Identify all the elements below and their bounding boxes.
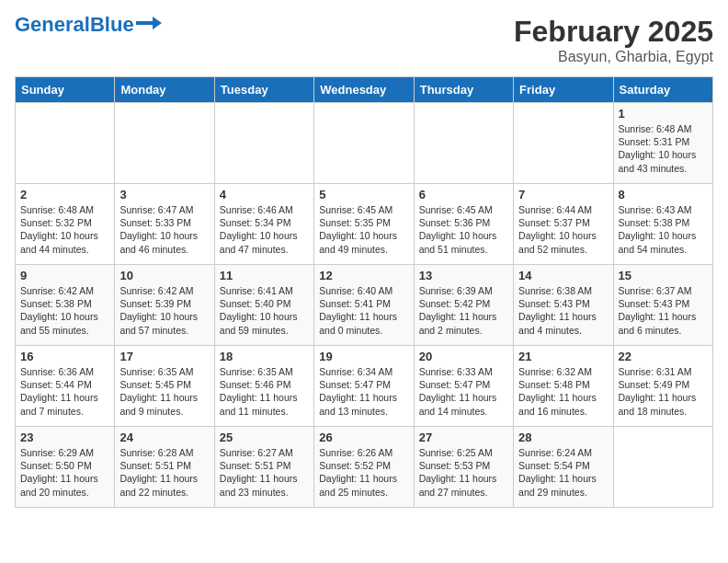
calendar-day-cell: 28Sunrise: 6:24 AM Sunset: 5:54 PM Dayli… <box>514 427 613 508</box>
day-number: 15 <box>619 269 708 282</box>
calendar-day-cell: 27Sunrise: 6:25 AM Sunset: 5:53 PM Dayli… <box>414 427 513 508</box>
day-number: 19 <box>319 350 408 363</box>
calendar-day-cell: 9Sunrise: 6:42 AM Sunset: 5:38 PM Daylig… <box>16 265 115 346</box>
calendar-day-cell: 2Sunrise: 6:48 AM Sunset: 5:32 PM Daylig… <box>16 184 115 265</box>
day-info: Sunrise: 6:29 AM Sunset: 5:50 PM Dayligh… <box>20 446 109 499</box>
calendar-day-header: Tuesday <box>214 77 313 103</box>
day-info: Sunrise: 6:27 AM Sunset: 5:51 PM Dayligh… <box>220 446 309 499</box>
day-info: Sunrise: 6:46 AM Sunset: 5:34 PM Dayligh… <box>220 203 309 256</box>
day-number: 7 <box>518 188 608 201</box>
calendar-day-cell: 6Sunrise: 6:45 AM Sunset: 5:36 PM Daylig… <box>414 184 513 265</box>
day-info: Sunrise: 6:41 AM Sunset: 5:40 PM Dayligh… <box>220 284 309 337</box>
calendar-day-header: Sunday <box>16 77 115 103</box>
calendar-day-header: Thursday <box>414 77 513 103</box>
day-info: Sunrise: 6:33 AM Sunset: 5:47 PM Dayligh… <box>419 365 508 418</box>
page-header: GeneralBlue February 2025 Basyun, Gharbi… <box>15 15 713 65</box>
day-info: Sunrise: 6:48 AM Sunset: 5:32 PM Dayligh… <box>20 203 109 256</box>
day-number: 27 <box>419 431 508 444</box>
calendar-day-cell: 26Sunrise: 6:26 AM Sunset: 5:52 PM Dayli… <box>314 427 414 508</box>
calendar-day-cell: 15Sunrise: 6:37 AM Sunset: 5:43 PM Dayli… <box>613 265 712 346</box>
day-number: 16 <box>20 350 109 363</box>
day-info: Sunrise: 6:45 AM Sunset: 5:35 PM Dayligh… <box>319 203 408 256</box>
calendar-week-row: 16Sunrise: 6:36 AM Sunset: 5:44 PM Dayli… <box>16 346 713 427</box>
calendar-day-cell: 11Sunrise: 6:41 AM Sunset: 5:40 PM Dayli… <box>214 265 313 346</box>
calendar-title: February 2025 <box>514 15 713 49</box>
calendar-day-cell <box>514 103 613 184</box>
day-info: Sunrise: 6:32 AM Sunset: 5:48 PM Dayligh… <box>518 365 608 418</box>
day-number: 23 <box>20 431 109 444</box>
day-number: 24 <box>119 431 209 444</box>
title-block: February 2025 Basyun, Gharbia, Egypt <box>514 15 713 65</box>
calendar-day-cell: 17Sunrise: 6:35 AM Sunset: 5:45 PM Dayli… <box>115 346 214 427</box>
logo-arrow-icon <box>136 14 162 32</box>
calendar-day-header: Wednesday <box>314 77 414 103</box>
day-info: Sunrise: 6:35 AM Sunset: 5:46 PM Dayligh… <box>220 365 309 418</box>
calendar-day-cell: 23Sunrise: 6:29 AM Sunset: 5:50 PM Dayli… <box>16 427 115 508</box>
day-number: 6 <box>419 188 508 201</box>
calendar-day-cell: 16Sunrise: 6:36 AM Sunset: 5:44 PM Dayli… <box>16 346 115 427</box>
day-number: 22 <box>619 350 708 363</box>
calendar-day-cell: 8Sunrise: 6:43 AM Sunset: 5:38 PM Daylig… <box>613 184 712 265</box>
calendar-day-cell: 22Sunrise: 6:31 AM Sunset: 5:49 PM Dayli… <box>613 346 712 427</box>
logo-text: GeneralBlue <box>15 15 134 35</box>
calendar-day-cell: 13Sunrise: 6:39 AM Sunset: 5:42 PM Dayli… <box>414 265 513 346</box>
day-number: 13 <box>419 269 508 282</box>
calendar-day-cell: 19Sunrise: 6:34 AM Sunset: 5:47 PM Dayli… <box>314 346 414 427</box>
day-info: Sunrise: 6:42 AM Sunset: 5:38 PM Dayligh… <box>20 284 109 337</box>
calendar-day-cell <box>16 103 115 184</box>
calendar-day-cell <box>613 427 712 508</box>
day-info: Sunrise: 6:43 AM Sunset: 5:38 PM Dayligh… <box>619 203 708 256</box>
calendar-day-cell <box>414 103 513 184</box>
calendar-week-row: 2Sunrise: 6:48 AM Sunset: 5:32 PM Daylig… <box>16 184 713 265</box>
day-info: Sunrise: 6:42 AM Sunset: 5:39 PM Dayligh… <box>119 284 209 337</box>
day-number: 26 <box>319 431 408 444</box>
calendar-day-cell: 18Sunrise: 6:35 AM Sunset: 5:46 PM Dayli… <box>214 346 313 427</box>
calendar-week-row: 23Sunrise: 6:29 AM Sunset: 5:50 PM Dayli… <box>16 427 713 508</box>
day-info: Sunrise: 6:25 AM Sunset: 5:53 PM Dayligh… <box>419 446 508 499</box>
day-info: Sunrise: 6:37 AM Sunset: 5:43 PM Dayligh… <box>619 284 708 337</box>
calendar-week-row: 9Sunrise: 6:42 AM Sunset: 5:38 PM Daylig… <box>16 265 713 346</box>
day-info: Sunrise: 6:34 AM Sunset: 5:47 PM Dayligh… <box>319 365 408 418</box>
day-number: 18 <box>220 350 309 363</box>
day-number: 12 <box>319 269 408 282</box>
day-info: Sunrise: 6:24 AM Sunset: 5:54 PM Dayligh… <box>518 446 608 499</box>
calendar-day-header: Friday <box>514 77 613 103</box>
day-number: 5 <box>319 188 408 201</box>
calendar-day-cell: 4Sunrise: 6:46 AM Sunset: 5:34 PM Daylig… <box>214 184 313 265</box>
calendar-subtitle: Basyun, Gharbia, Egypt <box>514 49 713 65</box>
day-number: 3 <box>119 188 209 201</box>
day-info: Sunrise: 6:36 AM Sunset: 5:44 PM Dayligh… <box>20 365 109 418</box>
day-info: Sunrise: 6:40 AM Sunset: 5:41 PM Dayligh… <box>319 284 408 337</box>
calendar-day-cell: 25Sunrise: 6:27 AM Sunset: 5:51 PM Dayli… <box>214 427 313 508</box>
day-number: 8 <box>619 188 708 201</box>
calendar-day-cell <box>314 103 414 184</box>
calendar-day-cell: 10Sunrise: 6:42 AM Sunset: 5:39 PM Dayli… <box>115 265 214 346</box>
day-info: Sunrise: 6:48 AM Sunset: 5:31 PM Dayligh… <box>619 122 708 175</box>
calendar-day-cell <box>214 103 313 184</box>
calendar-header-row: SundayMondayTuesdayWednesdayThursdayFrid… <box>16 77 713 103</box>
day-info: Sunrise: 6:45 AM Sunset: 5:36 PM Dayligh… <box>419 203 508 256</box>
day-number: 14 <box>518 269 608 282</box>
day-info: Sunrise: 6:35 AM Sunset: 5:45 PM Dayligh… <box>119 365 209 418</box>
day-number: 28 <box>518 431 608 444</box>
day-number: 4 <box>220 188 309 201</box>
day-info: Sunrise: 6:31 AM Sunset: 5:49 PM Dayligh… <box>619 365 708 418</box>
day-number: 25 <box>220 431 309 444</box>
day-info: Sunrise: 6:26 AM Sunset: 5:52 PM Dayligh… <box>319 446 408 499</box>
calendar-day-cell: 12Sunrise: 6:40 AM Sunset: 5:41 PM Dayli… <box>314 265 414 346</box>
day-number: 1 <box>619 107 708 121</box>
calendar-day-cell: 1Sunrise: 6:48 AM Sunset: 5:31 PM Daylig… <box>613 103 712 184</box>
calendar-day-cell: 14Sunrise: 6:38 AM Sunset: 5:43 PM Dayli… <box>514 265 613 346</box>
calendar-day-header: Monday <box>115 77 214 103</box>
day-info: Sunrise: 6:44 AM Sunset: 5:37 PM Dayligh… <box>518 203 608 256</box>
day-number: 9 <box>20 269 109 282</box>
calendar-day-cell: 5Sunrise: 6:45 AM Sunset: 5:35 PM Daylig… <box>314 184 414 265</box>
svg-marker-0 <box>136 17 162 29</box>
day-info: Sunrise: 6:38 AM Sunset: 5:43 PM Dayligh… <box>518 284 608 337</box>
day-number: 17 <box>119 350 209 363</box>
calendar-day-cell: 24Sunrise: 6:28 AM Sunset: 5:51 PM Dayli… <box>115 427 214 508</box>
day-number: 10 <box>119 269 209 282</box>
day-number: 2 <box>20 188 109 201</box>
calendar-week-row: 1Sunrise: 6:48 AM Sunset: 5:31 PM Daylig… <box>16 103 713 184</box>
calendar-table: SundayMondayTuesdayWednesdayThursdayFrid… <box>15 76 713 508</box>
